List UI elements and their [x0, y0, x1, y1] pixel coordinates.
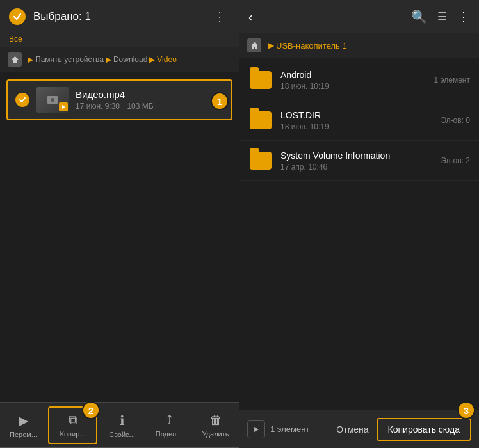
- folder-info-sysvolume: System Volume Information 17 апр. 10:46: [280, 150, 441, 172]
- copy-label: Копир...: [60, 430, 86, 438]
- folder-name-sysvolume: System Volume Information: [280, 150, 441, 161]
- right-breadcrumb: ▶ USB-накопитель 1: [240, 33, 479, 58]
- folder-count-lostdir: Эл-ов: 0: [441, 116, 470, 125]
- more-menu-button[interactable]: ⋮: [209, 6, 230, 27]
- file-list: Видео.mp4 17 июн. 9:30 103 МБ 1: [0, 72, 239, 402]
- all-label: Все: [0, 33, 239, 47]
- file-thumbnail: [36, 87, 69, 113]
- share-icon: ⤴: [166, 413, 172, 428]
- breadcrumb-sep-3: ▶: [149, 55, 155, 64]
- left-panel: Выбрано: 1 ⋮ Все ▶ Память устройства ▶ D…: [0, 0, 240, 448]
- delete-button[interactable]: 🗑 Удалить: [192, 408, 239, 443]
- share-label: Подел...: [156, 430, 183, 438]
- file-name: Видео.mp4: [76, 89, 223, 100]
- left-bottom-toolbar: ▶ Перем... ⧉ Копир... 2 ℹ Свойс... ⤴ Под…: [0, 402, 239, 448]
- elem-play-icon: [247, 420, 265, 438]
- step3-badge: 3: [457, 401, 475, 419]
- copy-here-button[interactable]: Копировать сюда: [377, 418, 471, 441]
- move-label: Перем...: [10, 431, 37, 438]
- move-button[interactable]: ▶ Перем...: [0, 408, 47, 444]
- file-item[interactable]: Видео.mp4 17 июн. 9:30 103 МБ: [6, 79, 232, 120]
- right-bottom: 1 элемент Отмена Копировать сюда 3: [240, 410, 479, 448]
- file-info: Видео.mp4 17 июн. 9:30 103 МБ: [76, 89, 223, 111]
- usb-label[interactable]: USB-накопитель 1: [276, 41, 347, 51]
- props-icon: ℹ: [120, 413, 125, 428]
- file-item-wrapper: Видео.mp4 17 июн. 9:30 103 МБ 1: [0, 79, 239, 120]
- folder-icon-sysvolume: [248, 148, 273, 173]
- step2-badge: 2: [82, 401, 100, 419]
- folder-icon-lostdir: [248, 108, 273, 132]
- delete-icon: 🗑: [209, 413, 222, 428]
- folder-name-android: Android: [280, 70, 434, 80]
- file-check-icon[interactable]: [15, 93, 29, 107]
- folder-info-android: Android 18 июн. 10:19: [280, 70, 434, 91]
- elem-label: 1 элемент: [270, 424, 309, 434]
- breadcrumb-sep-2: ▶: [106, 55, 111, 64]
- left-header: Выбрано: 1 ⋮: [0, 0, 239, 33]
- right-panel: ‹ 🔍 ☰ ⋮ ▶ USB-накопитель 1 Android 18 ию…: [240, 0, 479, 448]
- breadcrumb-download[interactable]: Download: [113, 55, 147, 64]
- file-meta: 17 июн. 9:30 103 МБ: [76, 102, 223, 111]
- cancel-button[interactable]: Отмена: [329, 419, 376, 440]
- step1-badge: 1: [211, 92, 229, 110]
- svg-point-1: [51, 98, 54, 102]
- back-button[interactable]: ‹: [248, 10, 253, 24]
- folder-item-lostdir[interactable]: LOST.DIR 18 июн. 10:19 Эл-ов: 0: [240, 100, 479, 141]
- move-icon: ▶: [19, 413, 28, 428]
- folder-icon-android: [248, 68, 273, 92]
- folder-date-android: 18 июн. 10:19: [280, 82, 434, 91]
- props-label: Свойс...: [109, 431, 135, 438]
- share-button[interactable]: ⤴ Подел...: [145, 408, 192, 443]
- home-icon[interactable]: [8, 52, 22, 67]
- folder-list: Android 18 июн. 10:19 1 элемент LOST.DIR…: [240, 58, 479, 410]
- elem-count: 1 элемент: [247, 420, 309, 438]
- right-breadcrumb-sep: ▶: [268, 41, 274, 50]
- folder-count-sysvolume: Эл-ов: 2: [441, 156, 470, 165]
- delete-label: Удалить: [202, 430, 229, 438]
- play-badge: [59, 102, 68, 111]
- select-all-check[interactable]: [9, 8, 26, 25]
- svg-marker-2: [62, 105, 65, 109]
- selected-title: Выбрано: 1: [33, 10, 209, 23]
- breadcrumb-video[interactable]: Video: [157, 55, 176, 64]
- more-icon[interactable]: ⋮: [457, 9, 470, 24]
- folder-count-android: 1 элемент: [434, 76, 470, 84]
- file-size: 103 МБ: [127, 102, 153, 111]
- copy-icon: ⧉: [69, 413, 77, 428]
- folder-item-android[interactable]: Android 18 июн. 10:19 1 элемент: [240, 60, 479, 100]
- svg-marker-3: [254, 427, 259, 432]
- breadcrumb-sep-1: ▶: [28, 55, 33, 64]
- breadcrumb-memory[interactable]: Память устройства: [35, 55, 104, 64]
- props-button[interactable]: ℹ Свойс...: [99, 408, 145, 444]
- right-header: ‹ 🔍 ☰ ⋮: [240, 0, 479, 33]
- search-icon[interactable]: 🔍: [411, 9, 427, 24]
- folder-item-sysvolume[interactable]: System Volume Information 17 апр. 10:46 …: [240, 141, 479, 181]
- folder-date-sysvolume: 17 апр. 10:46: [280, 163, 441, 172]
- left-breadcrumb: ▶ Память устройства ▶ Download ▶ Video: [0, 47, 239, 72]
- sort-icon[interactable]: ☰: [437, 10, 447, 24]
- folder-name-lostdir: LOST.DIR: [280, 110, 441, 120]
- usb-home-icon[interactable]: [247, 38, 261, 52]
- folder-info-lostdir: LOST.DIR 18 июн. 10:19: [280, 110, 441, 131]
- folder-date-lostdir: 18 июн. 10:19: [280, 122, 441, 131]
- copy-button[interactable]: ⧉ Копир... 2: [48, 406, 97, 444]
